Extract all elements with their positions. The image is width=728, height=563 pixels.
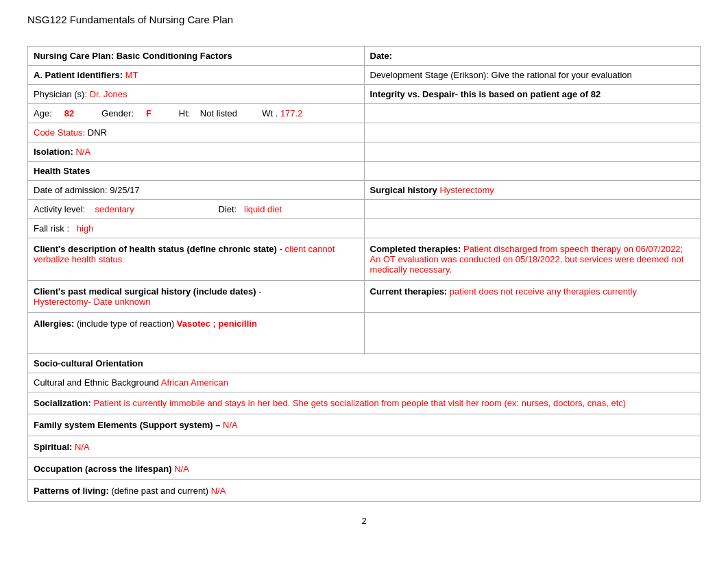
page-title: NSG122 Fundamentals of Nursing Care Plan (27, 14, 701, 25)
main-table: Nursing Care Plan: Basic Conditioning Fa… (27, 46, 701, 502)
gender-label: Gender: (101, 108, 134, 118)
allergies-value: Vasotec ; penicillin (177, 318, 257, 329)
identifiers-value: MT (125, 70, 138, 80)
past-history-cell: Client's past medical surgical history (… (28, 281, 365, 313)
activity-row: Activity level: sedentary Diet: liquid d… (28, 200, 701, 219)
allergies-cell: Allergies: (include type of reaction) Va… (28, 313, 365, 354)
development-stage-cell: Development Stage (Erikson): Give the ra… (364, 66, 701, 85)
fall-label: Fall risk : (34, 223, 69, 234)
activity-cell: Activity level: sedentary Diet: liquid d… (28, 200, 365, 219)
fall-risk-cell: Fall risk : high (28, 219, 365, 238)
surgical-history-label: Surgical history (370, 185, 437, 195)
code-status-label: Code Status: (34, 127, 85, 138)
socio-cultural-header-row: Socio-cultural Orientation (28, 354, 701, 373)
patterns-cell: Patterns of living: (define past and cur… (28, 480, 701, 502)
spiritual-cell: Spiritual: N/A (28, 436, 701, 458)
age-gender-row: Age: 82 Gender: F Ht: Not listed Wt . 17… (28, 104, 701, 123)
client-description-row: Client's description of health status (d… (28, 238, 701, 281)
empty-cell-4 (364, 162, 701, 181)
section-title: Nursing Care Plan: Basic Conditioning Fa… (28, 47, 365, 66)
client-description-dash: - (280, 244, 282, 254)
age-gender-cell: Age: 82 Gender: F Ht: Not listed Wt . 17… (28, 104, 365, 123)
socialization-value: Patient is currently immobile and stays … (93, 398, 626, 408)
activity-value: sedentary (95, 204, 134, 214)
family-system-value: N/A (223, 420, 238, 430)
physician-label: Physician (s): (34, 89, 87, 99)
socialization-label: Socialization: (34, 398, 91, 408)
current-therapies-value: patient does not receive any therapies c… (450, 286, 637, 297)
health-states-header-row: Health States (28, 162, 701, 181)
past-history-label: Client's past medical surgical history (… (34, 286, 256, 297)
wt-value: 177.2 (280, 108, 303, 118)
client-description-label: Client's description of health status (d… (34, 244, 277, 254)
integrity-despair-cell: Integrity vs. Despair- this is based on … (364, 85, 701, 104)
empty-cell-5 (364, 200, 701, 219)
empty-cell-2 (364, 123, 701, 142)
date-label: Date: (364, 47, 701, 66)
occupation-row: Occupation (across the lifespan) N/A (28, 458, 701, 480)
header-row: Nursing Care Plan: Basic Conditioning Fa… (28, 47, 701, 66)
current-therapies-cell: Current therapies: patient does not rece… (364, 281, 701, 313)
gender-value: F (146, 108, 151, 118)
code-status-row: Code Status: DNR (28, 123, 701, 142)
activity-label: Activity level: (34, 204, 85, 214)
diet-value: liquid diet (244, 204, 282, 214)
patient-identifiers-row: A. Patient identifiers: MT Development S… (28, 66, 701, 85)
wt-label: Wt . (262, 108, 278, 118)
spiritual-value: N/A (75, 442, 90, 452)
empty-cell-7 (364, 313, 701, 354)
health-states-header: Health States (28, 162, 365, 181)
empty-cell-3 (364, 142, 701, 162)
past-history-row: Client's past medical surgical history (… (28, 281, 701, 313)
identifiers-label: A. Patient identifiers: (34, 70, 123, 80)
socialization-cell: Socialization: Patient is currently immo… (28, 392, 701, 414)
physician-value: Dr. Jones (90, 89, 128, 99)
family-system-row: Family system Elements (Support system) … (28, 414, 701, 436)
cultural-background-row: Cultural and Ethnic Background African A… (28, 373, 701, 392)
code-status-cell: Code Status: DNR (28, 123, 365, 142)
patient-identifiers-cell: A. Patient identifiers: MT (28, 66, 365, 85)
patterns-label: Patterns of living: (34, 486, 109, 496)
completed-therapies-cell: Completed therapies: Patient discharged … (364, 238, 701, 281)
family-system-dash: – (215, 420, 220, 430)
development-stage-text: Development Stage (Erikson): Give the ra… (370, 70, 632, 80)
surgical-history-cell: Surgical history Hysterectomy (364, 181, 701, 200)
spiritual-row: Spiritual: N/A (28, 436, 701, 458)
integrity-despair-text: Integrity vs. Despair- this is based on … (370, 89, 601, 99)
admission-label: Date of admission: (34, 185, 108, 195)
ht-label: Ht: (179, 108, 191, 118)
isolation-label: Isolation: (34, 147, 73, 157)
date-bold-label: Date: (370, 51, 393, 61)
admission-cell: Date of admission: 9/25/17 (28, 181, 365, 200)
empty-cell-1 (364, 104, 701, 123)
isolation-row: Isolation: N/A (28, 142, 701, 162)
isolation-cell: Isolation: N/A (28, 142, 365, 162)
cultural-label: Cultural and Ethnic Background (34, 377, 159, 388)
allergies-row: Allergies: (include type of reaction) Va… (28, 313, 701, 354)
family-system-label: Family system Elements (Support system) (34, 420, 213, 430)
admission-value: 9/25/17 (110, 185, 139, 195)
age-value: 82 (64, 108, 74, 118)
occupation-label: Occupation (across the lifespan) (34, 464, 172, 474)
socialization-row: Socialization: Patient is currently immo… (28, 392, 701, 414)
patterns-value: N/A (211, 486, 226, 496)
admission-row: Date of admission: 9/25/17 Surgical hist… (28, 181, 701, 200)
client-description-cell: Client's description of health status (d… (28, 238, 365, 281)
fall-value: high (77, 223, 94, 234)
fall-risk-row: Fall risk : high (28, 219, 701, 238)
allergies-label: Allergies: (34, 318, 74, 329)
socio-cultural-header: Socio-cultural Orientation (28, 354, 701, 373)
physician-cell: Physician (s): Dr. Jones (28, 85, 365, 104)
current-therapies-label: Current therapies: (370, 286, 448, 297)
cultural-background-cell: Cultural and Ethnic Background African A… (28, 373, 701, 392)
patterns-row: Patterns of living: (define past and cur… (28, 480, 701, 502)
isolation-value: N/A (75, 147, 90, 157)
cultural-value: African American (161, 377, 228, 388)
past-history-value: Hysterectomy- Date unknown (34, 297, 151, 307)
diet-label: Diet: (219, 204, 237, 214)
code-status-value: DNR (88, 127, 107, 138)
surgical-history-value: Hysterectomy (439, 185, 494, 195)
family-system-cell: Family system Elements (Support system) … (28, 414, 701, 436)
completed-therapies-label: Completed therapies: (370, 244, 461, 254)
occupation-value: N/A (174, 464, 189, 474)
